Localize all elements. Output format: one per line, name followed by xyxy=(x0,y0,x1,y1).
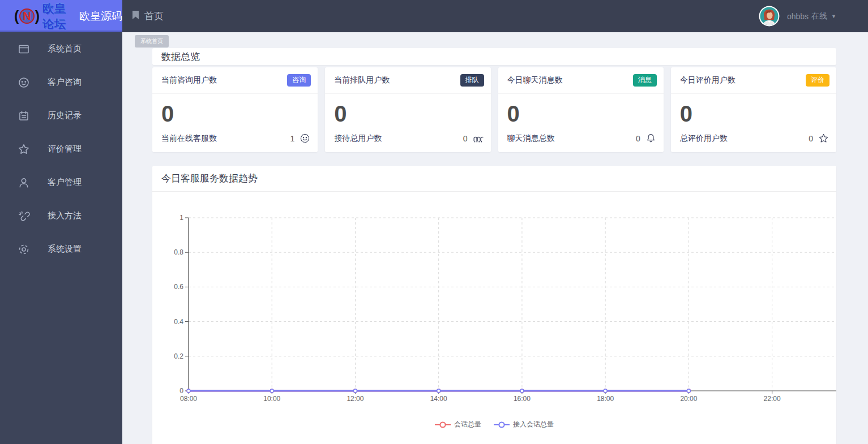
sidebar-item-label: 客户管理 xyxy=(48,177,82,188)
unlink-icon xyxy=(18,210,30,222)
stat-card-footer-value: 0 xyxy=(636,134,640,143)
sidebar-item-customers[interactable]: 客户管理 xyxy=(0,166,122,199)
user-menu[interactable]: ohbbs 在线 ▼ xyxy=(759,0,836,32)
sidebar-item-settings[interactable]: 系统设置 xyxy=(0,232,122,266)
user-icon xyxy=(18,176,30,189)
svg-text:0: 0 xyxy=(179,387,183,395)
logo-letter: N xyxy=(19,8,34,24)
user-status: 在线 xyxy=(811,11,827,21)
stat-card-value: 0 xyxy=(498,94,664,125)
status-badge: 评价 xyxy=(806,74,829,86)
line-chart: 00.20.40.60.8108:0010:0012:0014:0016:001… xyxy=(152,192,836,418)
star-icon xyxy=(818,133,829,144)
trend-chart-card: 今日客服服务数据趋势 00.20.40.60.8108:0010:0012:00… xyxy=(152,166,836,444)
sidebar-item-integration[interactable]: 接入方法 xyxy=(0,199,122,232)
section-title: 数据总览 xyxy=(161,50,200,63)
chart-title: 今日客服服务数据趋势 xyxy=(152,166,836,192)
sidebar-item-label: 系统首页 xyxy=(48,44,82,54)
sidebar-item-label: 客户咨询 xyxy=(48,77,82,88)
bell-icon xyxy=(645,133,656,144)
stat-card-footer-value: 1 xyxy=(290,134,294,143)
stat-card-footer-label: 总评价用户数 xyxy=(680,133,728,144)
stat-card-footer-label: 接待总用户数 xyxy=(334,133,382,144)
stat-card-footer-value: 0 xyxy=(463,134,468,143)
queue-icon xyxy=(473,133,484,144)
nav-tab-home[interactable]: 首页 xyxy=(132,0,164,32)
stat-card-title: 当前咨询用户数 xyxy=(161,75,217,85)
svg-text:0.8: 0.8 xyxy=(174,248,183,256)
user-name: ohbbs xyxy=(787,12,809,21)
caret-down-icon: ▼ xyxy=(831,14,836,19)
svg-text:14:00: 14:00 xyxy=(430,395,447,403)
logo-paren-right: ) xyxy=(35,9,40,23)
corner-tag[interactable]: 系统首页 xyxy=(135,35,169,48)
sidebar-item-label: 接入方法 xyxy=(48,210,82,221)
stat-card-value: 0 xyxy=(152,94,318,125)
svg-text:0.2: 0.2 xyxy=(174,352,183,360)
nav-tab-home-label: 首页 xyxy=(144,10,164,23)
gear-icon xyxy=(18,243,30,256)
notebook-icon xyxy=(18,110,30,122)
svg-text:12:00: 12:00 xyxy=(347,395,364,403)
brand-name: 欧皇源码 xyxy=(79,9,122,24)
status-badge: 消息 xyxy=(633,74,657,86)
main-content: 系统首页 数据总览 当前咨询用户数 咨询 0 当前在线客服数 1 xyxy=(122,32,868,444)
stat-card-value: 0 xyxy=(671,94,836,125)
stat-card-title: 今日聊天消息数 xyxy=(507,75,563,85)
legend-item-joined-sessions[interactable]: 接入会话总量 xyxy=(494,420,554,429)
svg-text:22:00: 22:00 xyxy=(764,395,781,403)
sidebar-item-history[interactable]: 历史记录 xyxy=(0,99,122,132)
chart-legend: 会话总量 接入会话总量 xyxy=(152,420,836,429)
status-badge: 排队 xyxy=(460,74,484,86)
svg-text:0.6: 0.6 xyxy=(174,283,183,291)
stat-card-title: 当前排队用户数 xyxy=(334,75,390,85)
legend-label: 会话总量 xyxy=(454,420,481,429)
stat-card-footer-label: 当前在线客服数 xyxy=(161,133,217,144)
svg-text:0.4: 0.4 xyxy=(174,318,183,326)
sidebar-item-consult[interactable]: 客户咨询 xyxy=(0,66,122,99)
stat-cards-row: 当前咨询用户数 咨询 0 当前在线客服数 1 当前排队用户数 排队 0 xyxy=(152,67,836,152)
svg-text:08:00: 08:00 xyxy=(180,395,197,403)
stat-card-footer-value: 0 xyxy=(809,134,813,143)
smiley-icon xyxy=(18,76,30,89)
sidebar-item-home[interactable]: 系统首页 xyxy=(0,32,122,66)
stat-card-ratings: 今日评价用户数 评价 0 总评价用户数 0 xyxy=(671,67,836,152)
svg-text:1: 1 xyxy=(179,214,183,222)
stat-card-messages: 今日聊天消息数 消息 0 聊天消息总数 0 xyxy=(498,67,664,152)
star-icon xyxy=(18,143,30,156)
stat-card-title: 今日评价用户数 xyxy=(680,75,736,85)
top-navbar: ( N ) 欧皇论坛 欧皇源码 首页 xyxy=(0,0,868,32)
svg-text:20:00: 20:00 xyxy=(680,395,697,403)
window-icon xyxy=(18,43,30,55)
stat-card-value: 0 xyxy=(325,94,490,125)
svg-text:18:00: 18:00 xyxy=(597,395,614,403)
sidebar-item-reviews[interactable]: 评价管理 xyxy=(0,132,122,166)
legend-item-sessions[interactable]: 会话总量 xyxy=(435,420,481,429)
brand-forum-text: 欧皇论坛 xyxy=(42,1,72,32)
stat-card-queue: 当前排队用户数 排队 0 接待总用户数 0 xyxy=(325,67,490,152)
legend-label: 接入会话总量 xyxy=(513,420,554,429)
brand-logo[interactable]: ( N ) 欧皇论坛 欧皇源码 xyxy=(0,0,122,32)
sidebar-item-label: 历史记录 xyxy=(48,110,82,121)
status-badge: 咨询 xyxy=(287,74,311,86)
smiley-icon xyxy=(300,133,310,144)
sidebar: 系统首页 客户咨询 历史记录 评价管理 客户管理 接入方法 系统设置 xyxy=(0,32,122,444)
bookmark-icon xyxy=(132,10,139,23)
stat-card-footer-label: 聊天消息总数 xyxy=(507,133,555,144)
brand-logo-icon: ( N ) xyxy=(14,8,40,24)
section-header: 数据总览 xyxy=(152,48,836,65)
svg-text:10:00: 10:00 xyxy=(263,395,280,403)
logo-paren-left: ( xyxy=(14,9,19,23)
sidebar-item-label: 评价管理 xyxy=(48,144,82,154)
stat-card-consulting: 当前咨询用户数 咨询 0 当前在线客服数 1 xyxy=(152,67,318,152)
sidebar-item-label: 系统设置 xyxy=(48,244,82,255)
svg-text:16:00: 16:00 xyxy=(514,395,531,403)
avatar xyxy=(759,6,780,27)
